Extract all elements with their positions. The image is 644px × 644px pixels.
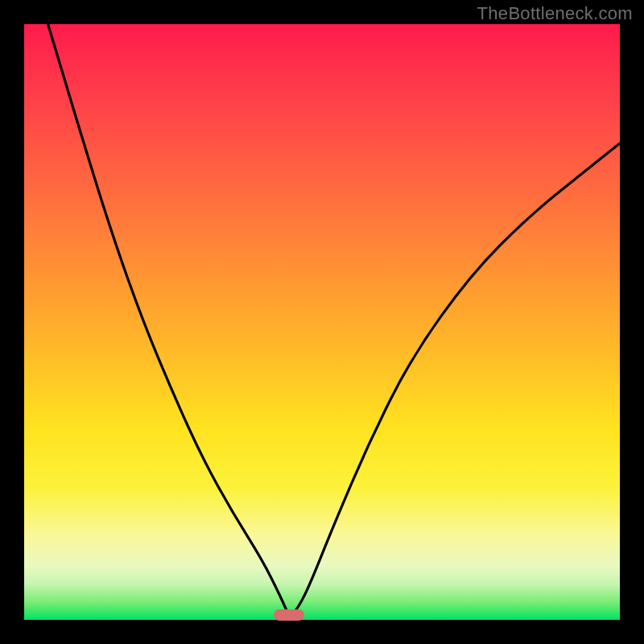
curve-svg: [24, 24, 620, 620]
plot-area: [24, 24, 620, 620]
optimum-marker: [274, 609, 304, 621]
watermark-label: TheBottleneck.com: [477, 3, 633, 24]
bottleneck-curve-path: [48, 24, 620, 613]
chart-frame: TheBottleneck.com: [0, 0, 644, 644]
